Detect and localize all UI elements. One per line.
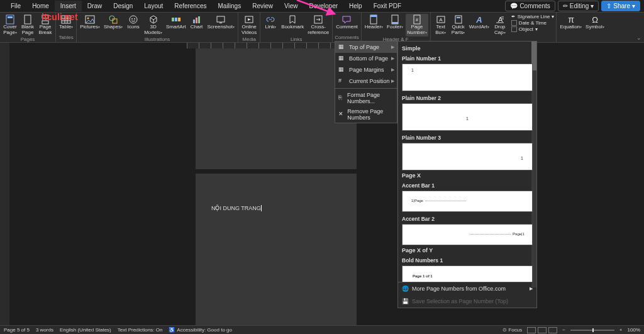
- gallery-label-accent1: Accent Bar 1: [402, 182, 533, 189]
- page-number-button[interactable]: #Page Number: [406, 14, 428, 36]
- view-print-button[interactable]: [538, 327, 547, 333]
- object-button[interactable]: Object ▾: [511, 26, 555, 32]
- svg-text:π: π: [568, 14, 574, 25]
- shapes-button[interactable]: Shapes: [103, 14, 124, 31]
- header-button[interactable]: Header: [364, 14, 384, 31]
- tab-draw[interactable]: Draw: [82, 1, 108, 11]
- link-button[interactable]: Link: [262, 14, 279, 31]
- date-icon: [511, 20, 517, 26]
- cover-page-icon: [5, 14, 15, 25]
- gallery-preview-accent2[interactable]: Page|1: [402, 224, 533, 245]
- zoom-slider[interactable]: [570, 330, 614, 331]
- tab-file[interactable]: File: [5, 1, 26, 11]
- page-break-icon: [40, 14, 50, 25]
- footer-button[interactable]: Footer: [386, 14, 404, 31]
- menu-current-position[interactable]: #Current Position▶: [335, 75, 397, 87]
- zoom-out-button[interactable]: −: [562, 327, 565, 333]
- gallery-more-office[interactable]: 🌐More Page Numbers from Office.com▶: [398, 282, 536, 295]
- crossref-button[interactable]: Cross- reference: [306, 14, 330, 36]
- gallery-preview-plain1[interactable]: 1: [402, 64, 533, 91]
- focus-mode-button[interactable]: ⊙ Focus: [502, 327, 522, 333]
- wordart-button[interactable]: AWordArt: [468, 14, 491, 31]
- focus-icon: ⊙: [502, 327, 507, 333]
- drop-cap-icon: A: [495, 14, 505, 25]
- horizontal-ruler: [187, 43, 355, 48]
- tab-insert[interactable]: Insert: [55, 1, 82, 11]
- pictures-button[interactable]: Pictures: [79, 14, 101, 31]
- tab-review[interactable]: Review: [247, 1, 279, 11]
- page-number-gallery: Simple Plain Number 1 1 Plain Number 2 1…: [397, 41, 537, 308]
- gallery-save-selection: 💾Save Selection as Page Number (Top): [398, 295, 536, 308]
- gallery-preview-plain3[interactable]: 1: [402, 143, 533, 170]
- ribbon: Cover Page Blank Page Page Break Pages T…: [0, 13, 644, 43]
- zoom-level[interactable]: 100%: [628, 327, 640, 333]
- quick-parts-button[interactable]: Quick Parts: [450, 14, 467, 36]
- tab-help[interactable]: Help: [343, 1, 368, 11]
- smartart-button[interactable]: SmartArt: [165, 14, 187, 31]
- view-web-button[interactable]: [548, 327, 557, 333]
- comment-button[interactable]: Comment: [335, 14, 359, 31]
- page-break-button[interactable]: Page Break: [37, 14, 53, 36]
- menu-bottom-of-page[interactable]: ▦Bottom of Page▶: [335, 53, 397, 64]
- 3d-models-button[interactable]: 3D Models: [143, 14, 164, 36]
- svg-point-13: [109, 16, 114, 21]
- status-words[interactable]: 3 words: [36, 327, 53, 333]
- status-accessibility[interactable]: ♿Accessibility: Good to go: [169, 327, 232, 333]
- comments-button[interactable]: 💬Comments: [505, 1, 555, 11]
- signature-line-button[interactable]: ✒Signature Line ▾: [511, 14, 555, 19]
- status-page[interactable]: Page 5 of 5: [4, 327, 30, 333]
- document-page-current[interactable]: NỘI DUNG TRANG: [196, 174, 357, 325]
- document-area: NỘI DUNG TRANG: [0, 43, 644, 325]
- footer-icon: [390, 14, 400, 25]
- equation-button[interactable]: πEquation: [558, 14, 583, 31]
- chart-button[interactable]: Chart: [189, 14, 205, 31]
- smartart-icon: [171, 14, 181, 25]
- menu-remove-page-numbers[interactable]: ✕Remove Page Numbers: [335, 106, 397, 123]
- zoom-in-button[interactable]: +: [619, 327, 623, 333]
- tab-layout[interactable]: Layout: [138, 1, 169, 11]
- gallery-preview-bold1[interactable]: Page 1 of 1: [402, 265, 533, 282]
- icons-button[interactable]: Icons: [125, 14, 142, 31]
- drop-cap-button[interactable]: ADrop Cap: [492, 14, 508, 36]
- page-margins-icon: ▦: [338, 66, 346, 74]
- svg-text:A: A: [475, 15, 482, 25]
- status-text-predictions[interactable]: Text Predictions: On: [118, 327, 163, 333]
- status-language[interactable]: English (United States): [60, 327, 111, 333]
- menu-top-of-page[interactable]: ▦Top of Page▶: [335, 42, 397, 53]
- share-button[interactable]: ⇧Share ▾: [601, 1, 640, 11]
- svg-rect-4: [42, 15, 48, 18]
- table-button[interactable]: Table: [58, 14, 74, 31]
- bookmark-button[interactable]: Bookmark: [280, 14, 305, 31]
- gallery-label-plain3: Plain Number 3: [402, 135, 533, 141]
- zoom-slider-thumb[interactable]: [592, 328, 594, 332]
- date-time-button[interactable]: Date & Time: [511, 20, 555, 26]
- gallery-preview-accent1[interactable]: 1|Page: [402, 191, 533, 212]
- svg-rect-25: [219, 23, 222, 23]
- document-page-prev[interactable]: [196, 48, 357, 169]
- textbox-button[interactable]: AText Box: [433, 14, 449, 36]
- group-illustrations: Pictures Shapes Icons 3D Models SmartArt…: [77, 13, 238, 42]
- screenshot-button[interactable]: Screenshot: [206, 14, 236, 31]
- tab-foxit[interactable]: Foxit PDF: [368, 1, 407, 11]
- symbol-button[interactable]: ΩSymbol: [584, 14, 606, 31]
- online-videos-button[interactable]: Online Videos: [240, 14, 258, 36]
- svg-rect-14: [113, 19, 117, 23]
- editing-button[interactable]: ✏Editing ▾: [558, 1, 599, 11]
- collapse-ribbon-button[interactable]: ⌄: [636, 35, 641, 41]
- tab-design[interactable]: Design: [108, 1, 138, 11]
- tab-developer[interactable]: Developer: [303, 1, 343, 11]
- tab-references[interactable]: References: [169, 1, 212, 11]
- svg-rect-36: [455, 16, 462, 23]
- view-read-button[interactable]: [527, 327, 536, 333]
- tab-mailings[interactable]: Mailings: [212, 1, 247, 11]
- tab-home[interactable]: Home: [26, 1, 55, 11]
- format-icon: ⎘: [338, 94, 344, 102]
- menu-format-page-numbers[interactable]: ⎘Format Page Numbers...: [335, 90, 397, 106]
- blank-page-button[interactable]: Blank Page: [19, 14, 36, 36]
- globe-icon: 🌐: [402, 286, 409, 292]
- gallery-preview-plain2[interactable]: 1: [402, 103, 533, 131]
- menu-page-margins[interactable]: ▦Page Margins▶: [335, 64, 397, 75]
- cover-page-button[interactable]: Cover Page: [2, 14, 18, 36]
- object-icon: [511, 26, 517, 32]
- tab-view[interactable]: View: [279, 1, 304, 11]
